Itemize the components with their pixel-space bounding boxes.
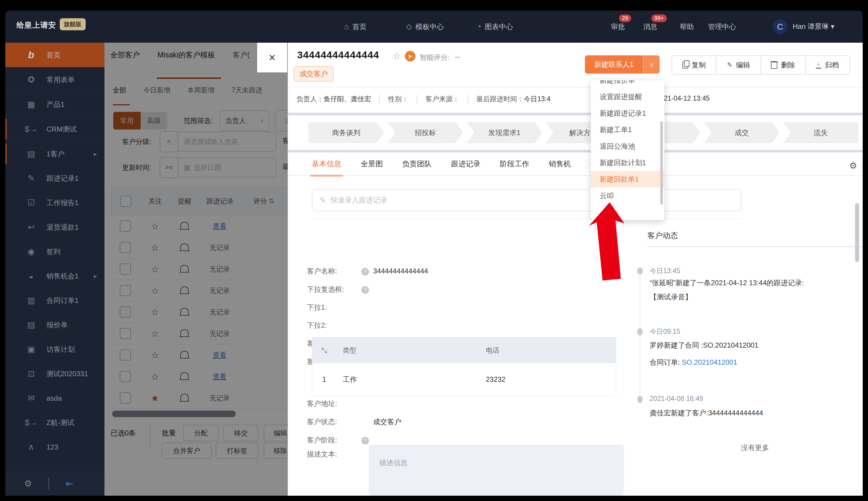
close-modal-button[interactable]: × xyxy=(257,43,287,72)
tab-basic-info[interactable]: 基本信息 xyxy=(312,159,341,176)
new-contact-dropdown-toggle[interactable]: ∨ xyxy=(643,55,660,74)
customer-info-row: 负责人：鱼仔阳、龚佳宏 性别： 客户来源： 最后跟进时间：今日13:4 xyxy=(296,95,551,104)
right-nav-label: 帮助 xyxy=(680,23,694,31)
sidebar-item[interactable]: ↩ 退货退款1 xyxy=(5,215,105,239)
tab-panorama[interactable]: 全景图 xyxy=(361,159,383,176)
dropdown-menu-item[interactable]: 新建跟进记录1 xyxy=(591,105,664,121)
nav-icon: ◔ xyxy=(477,22,481,31)
detail-settings-gear-icon[interactable]: ⚙ xyxy=(849,160,857,171)
sidebar-item[interactable]: $→ Z航-测试 xyxy=(5,411,105,435)
user-avatar[interactable]: C xyxy=(773,19,788,34)
tab-stage-work[interactable]: 阶段工作 xyxy=(500,159,529,176)
dropdown-scrollbar[interactable] xyxy=(660,121,663,205)
sidebar-item[interactable]: ◒ 销售机会1 ▸ xyxy=(5,264,105,288)
sidebar-item-icon: ⊡ xyxy=(22,369,40,379)
tab-followups[interactable]: 跟进记录 xyxy=(451,159,480,176)
sidebar-item[interactable]: $→ CRM测试 xyxy=(5,117,105,141)
new-contact-button[interactable]: 新建联系人1 xyxy=(585,55,643,74)
sidebar-item[interactable]: ▥ 合同订单1 xyxy=(5,288,105,313)
field-label: 客户状态: xyxy=(307,417,361,427)
sidebar-item[interactable]: ▣ 访客计划 xyxy=(5,337,105,362)
vertical-scrollbar[interactable] xyxy=(855,203,859,262)
sidebar-item-icon: ↩ xyxy=(22,222,40,232)
tab-team[interactable]: 负责团队 xyxy=(402,159,432,176)
copy-button[interactable]: 复制 xyxy=(672,56,716,74)
dropdown-menu-item[interactable]: 退回公海池 xyxy=(591,138,664,154)
description-textarea[interactable]: 描述信息 xyxy=(369,445,624,496)
active-strip xyxy=(5,143,7,164)
sidebar-item[interactable]: ▦ 产品1 xyxy=(5,92,105,117)
topbar-right-item[interactable]: 消息 99+ xyxy=(643,11,657,43)
submenu-arrow-icon: ▸ xyxy=(94,150,97,158)
dropdown-menu-item[interactable]: 设置跟进提醒 xyxy=(591,88,664,105)
contract-order-link[interactable]: SO.20210412001 xyxy=(682,358,737,366)
dropdown-menu-item[interactable]: 新建回款计划1 xyxy=(591,154,664,171)
sidebar-item-icon: ◒ xyxy=(22,271,40,281)
field-value: 34444444444444 xyxy=(373,267,428,275)
sidebar-item[interactable]: ☑ 工作报告1 xyxy=(5,190,105,215)
stage-chevron[interactable]: 商务谈判 xyxy=(308,122,384,143)
user-menu[interactable]: Han 谭景琳 ▾ xyxy=(793,22,834,31)
edit-icon: ✎ xyxy=(727,61,733,69)
collapse-sidebar-icon[interactable]: ⇤ xyxy=(66,478,73,489)
sidebar-item[interactable]: b 首页 xyxy=(5,43,105,67)
sidebar-item[interactable]: ▤ 1客户 ▸ xyxy=(5,141,105,166)
topbar-right-item[interactable]: 管理中心 xyxy=(708,11,736,43)
quick-followup-input[interactable]: ✎ 快速录入跟进记录 xyxy=(312,189,741,211)
sidebar-item[interactable]: ✪ 常用表单 xyxy=(5,67,105,92)
expand-icon[interactable]: ⤡ xyxy=(312,347,336,354)
phone-table-header: ⤡ 类型 电话 xyxy=(312,337,616,363)
field-label: 下拉复选框: xyxy=(307,285,361,294)
tab-sales-cut[interactable]: 销售机 xyxy=(549,159,571,176)
timeline-time: 今日13:45 xyxy=(650,266,680,276)
topbar-right-item[interactable]: 帮助 xyxy=(680,11,694,43)
sidebar-item[interactable]: ∧ 123 xyxy=(5,435,105,459)
timeline-text: 龚佳宏新建了客户:34444444444444 xyxy=(650,408,763,418)
stage-chevron[interactable]: 成交 xyxy=(704,122,779,143)
sidebar-item-label: 销售机会1 xyxy=(46,271,78,281)
archive-button[interactable]: 归档 xyxy=(806,56,849,74)
nav-label: 图表中心 xyxy=(485,22,513,32)
desc-label: 描述文本: xyxy=(307,449,361,459)
sidebar-item-label: 测试2020331 xyxy=(46,369,88,379)
sidebar-item-label: 跟进记录1 xyxy=(46,174,78,183)
stage-chevron[interactable]: 发现需求1 xyxy=(467,122,542,143)
new-actions-dropdown-menu: 新建报价单 设置跟进提醒 新建跟进记录1 新建工单1 退回公海池 新建回款计划1… xyxy=(591,81,664,220)
topbar-right-item[interactable]: 审批 29 xyxy=(611,11,625,43)
sidebar-item-icon: $→ xyxy=(22,125,40,134)
settings-gear-icon[interactable]: ⚙ xyxy=(24,478,32,489)
sidebar-item[interactable]: ▤ 报价单 xyxy=(5,313,105,337)
stage-chevron[interactable]: 招投标 xyxy=(388,122,463,143)
archive-icon xyxy=(816,62,821,68)
sidebar-item-icon: ▦ xyxy=(22,99,40,109)
chevron-down-icon: ∨ xyxy=(649,61,654,68)
field-row: 下拉1: xyxy=(307,302,373,312)
footer-divider xyxy=(48,478,49,490)
divider xyxy=(312,218,741,219)
favorite-star-icon[interactable]: ☆ xyxy=(392,50,401,62)
create-time-fragment: 21-04-12 13:45 xyxy=(664,95,710,103)
dropdown-menu-item[interactable]: 新建工单1 xyxy=(591,121,664,138)
topbar-nav-item[interactable]: ◇ 模板中心 xyxy=(406,11,444,43)
help-icon: ? xyxy=(361,437,369,445)
brand-title: 给皇上请安 xyxy=(17,20,56,30)
sidebar-item[interactable]: ✎ 跟进记录1 xyxy=(5,166,105,190)
delete-button[interactable]: 删除 xyxy=(761,56,806,74)
nav-label: 首页 xyxy=(352,22,367,32)
stage-chevron[interactable]: 流失 xyxy=(783,122,859,143)
topbar-nav-item[interactable]: ⌂ 首页 xyxy=(344,11,367,43)
topbar-nav-item[interactable]: ◔ 图表中心 xyxy=(477,11,513,43)
dropdown-menu-item[interactable]: 新建回款单1 xyxy=(591,171,664,188)
sidebar-item-icon: ▥ xyxy=(22,296,40,305)
sidebar-item-icon: ◉ xyxy=(22,247,40,256)
timeline-text: 【测试录音】 xyxy=(650,292,692,302)
field-label: 下拉2: xyxy=(307,321,361,330)
sidebar-item[interactable]: ◉ 签到 xyxy=(5,239,105,264)
sidebar-item[interactable]: ✉ asda xyxy=(5,386,105,411)
dropdown-menu-item[interactable]: 新建报价单 xyxy=(591,81,664,88)
phone-table-row: 1 工作 23232 xyxy=(312,363,616,396)
stage-flow-bar: 商务谈判 招投标 发现需求1 解决方案 成交 流失 xyxy=(288,113,863,152)
edit-button[interactable]: ✎编辑 xyxy=(716,56,761,74)
notification-badge: 99+ xyxy=(651,14,667,22)
sidebar-item[interactable]: ⊡ 测试2020331 xyxy=(5,362,105,386)
